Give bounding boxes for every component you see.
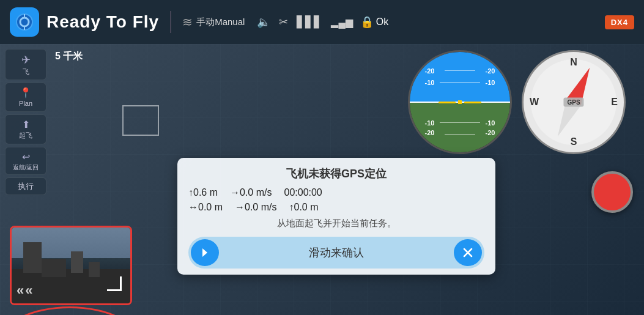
sidebar: ✈ 飞 📍 Plan ⬆ 起飞 ↩ 返航/返回 执行 [5,49,46,195]
mode-wave-icon: ≋ [182,15,193,29]
signal-bars-icon: ▋▋▋ [297,15,322,29]
camera-inner: « « [12,228,130,303]
main-screen: Ready To Fly ≋ 手动Manual 🔈 ✂ ▋▋▋ ▂▄▆ 🔒 Ok… [0,0,644,315]
close-icon [461,245,475,260]
horizon-left-arm [439,102,456,103]
plan-icon: 📍 [20,87,32,98]
fly-icon: ✈ [21,53,31,67]
scale-neg20-left: -20 [425,129,435,136]
cam-structure-2 [89,262,100,277]
scissors-icon: ✂ [279,15,288,29]
app-logo [10,7,39,37]
logo-icon [15,12,34,32]
info-row-1: ↑0.6 m →0.0 m/s 00:00:00 [188,187,484,198]
slide-arrow-button[interactable] [191,239,219,266]
return-icon: ↩ [22,151,30,163]
altitude2-value: ↑0.0 m [289,202,318,213]
flight-time-value: 00:00:00 [284,187,322,198]
distance-h-value: ↔0.0 m [188,202,223,213]
info-panel: 飞机未获得GPS定位 ↑0.6 m →0.0 m/s 00:00:00 ↔0.0… [177,158,495,275]
horizon-tick-neg10 [440,122,480,123]
horizon-tick-20 [445,70,475,71]
horizon-center-indicator [439,100,481,104]
instruments-container: -10 -10 -10 -10 -20 -20 -20 -20 N S E [408,50,626,154]
sidebar-item-plan[interactable]: 📍 Plan [5,83,46,112]
header-icons: 🔈 ✂ ▋▋▋ ▂▄▆ [257,15,352,29]
cam-structure [42,259,66,277]
slide-confirm-bar[interactable]: 滑动来确认 [188,237,484,269]
cam-corner-bracket [107,276,122,291]
signal-strength-icon: ▂▄▆ [331,17,352,28]
takeoff-up-icon: ⬆ [22,119,30,130]
map-rectangle [122,105,159,136]
fly-label: 飞 [23,68,29,76]
cam-arrows: « « [17,283,33,298]
compass-w-label: W [530,97,539,108]
header-divider [170,11,171,33]
camera-preview[interactable]: « « [10,226,132,305]
slide-cancel-button[interactable] [454,239,482,266]
chevron-2: « [25,283,32,298]
arrow-right-icon [198,245,212,260]
header-mode: ≋ 手动Manual [182,15,245,29]
scale-neg10-right: -10 [486,119,495,127]
scale-neg20-right: -20 [486,129,495,136]
speed-h-value: →0.0 m/s [230,187,272,198]
plan-label: Plan [19,100,32,108]
sidebar-item-takeoff[interactable]: ⬆ 起飞 [5,114,46,144]
compass-gps-badge: GPS [563,98,583,107]
horizon-instrument: -10 -10 -10 -10 -20 -20 -20 -20 [408,50,512,154]
brand-badge: DX4 [605,15,634,29]
horizon-tick-10 [440,82,480,83]
compass-e-label: E [611,97,618,108]
horizon-center-dot [458,100,462,104]
execute-label: 执行 [18,182,34,191]
return-label: 返航/返回 [13,164,39,171]
scale-pos10-left: -10 [425,79,435,86]
header-ok-group: 🔒 Ok [360,15,388,29]
scale-neg10-left: -10 [425,119,435,127]
speed-v-value: →0.0 m/s [235,202,276,213]
scale-pos20-right: -20 [486,67,495,75]
compass-instrument: N S E W GPS [522,50,626,154]
ok-label: Ok [376,17,388,28]
mode-label: 手动Manual [196,17,245,28]
record-button[interactable] [591,171,633,213]
scale-pos10-right: -10 [486,79,495,86]
horizon-right-arm [464,102,481,103]
sidebar-item-execute[interactable]: 执行 [5,177,46,196]
header-bar: Ready To Fly ≋ 手动Manual 🔈 ✂ ▋▋▋ ▂▄▆ 🔒 Ok… [0,0,644,44]
distance-label: 5 千米 [55,50,83,63]
gps-warning-text: 飞机未获得GPS定位 [188,166,484,181]
slide-confirm-label: 滑动来确认 [225,245,448,260]
compass-s-label: S [571,136,577,147]
lock-icon: 🔒 [360,15,374,29]
horizon-sky [410,52,510,102]
sidebar-item-fly[interactable]: ✈ 飞 [5,49,46,80]
horizon-tick-neg20 [445,134,475,135]
chevron-1: « [17,283,24,298]
compass-n-label: N [570,57,577,68]
speaker-icon: 🔈 [257,15,270,29]
takeoff-instruction: 从地面起飞并开始当前任务。 [188,218,484,229]
horizon-rectangle [495,140,505,147]
cam-building-2 [71,251,83,273]
sidebar-item-return[interactable]: ↩ 返航/返回 [5,147,46,175]
cam-building-1 [23,242,42,273]
altitude-value: ↑0.6 m [188,187,218,198]
scale-pos20-left: -20 [425,67,435,75]
header-title: Ready To Fly [46,12,159,32]
info-row-2: ↔0.0 m →0.0 m/s ↑0.0 m [188,202,484,213]
takeoff-label: 起飞 [19,132,32,139]
